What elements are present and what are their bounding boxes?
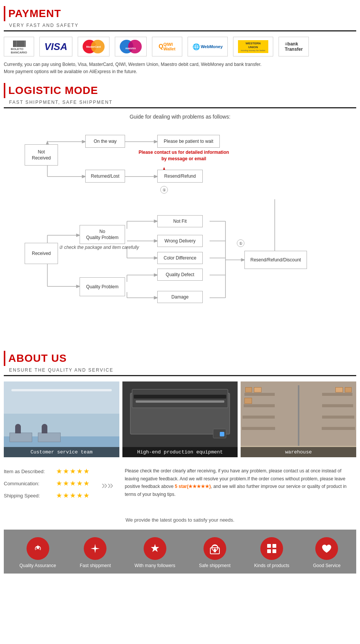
svg-rect-32 xyxy=(267,544,271,548)
wu-text: WESTERNUNION xyxy=(241,42,266,50)
svg-rect-34 xyxy=(267,549,271,553)
visa-text: VISA xyxy=(44,41,67,53)
node-not-fit: Not Fit xyxy=(157,215,203,227)
banner-label-followers: With many followers xyxy=(135,563,175,568)
payment-section: PAYMENT VERY FAST AND SAFETY |||||||||||… xyxy=(0,0,360,79)
boleto-logo: ||||||||||| BOLETOBANCARIO xyxy=(4,37,34,56)
node-on-the-way: On the way xyxy=(85,135,125,148)
node-no-quality: NoQuality Problem xyxy=(80,225,125,244)
node-resend-refund-top: Resend/Refund xyxy=(157,170,203,183)
visa-logo: VISA xyxy=(39,37,72,56)
check-label: ② check the package and item carefully xyxy=(59,245,139,250)
circle-1-top: ① xyxy=(160,186,168,194)
payment-subtitle: VERY FAST AND SAFETY xyxy=(4,23,356,28)
products-icon xyxy=(260,537,283,560)
logistic-header: LOGISTIC MODE xyxy=(4,83,356,98)
western-union-logo: WESTERNUNION moving money for better xyxy=(233,37,274,56)
bank-text: ≡bankTransfer xyxy=(285,41,303,52)
ratings-feedback: Item as Described: ★★★★★ Communication: … xyxy=(4,463,356,511)
about-title: ABOUT US xyxy=(8,352,67,364)
caption-office: Customer service team xyxy=(4,447,119,457)
banner-followers: With many followers xyxy=(135,537,175,568)
quality-icon xyxy=(27,537,49,560)
boleto-text: BOLETOBANCARIO xyxy=(11,47,27,54)
maestro-label: maestro xyxy=(125,47,136,49)
node-received: Received xyxy=(25,243,58,264)
svg-rect-33 xyxy=(272,544,276,548)
payment-header: PAYMENT xyxy=(4,6,356,21)
banner-label-fast: Fast shippment xyxy=(80,563,111,568)
banner-label-safe: Safe shippment xyxy=(199,563,230,568)
about-divider xyxy=(4,375,356,376)
node-resend-discount: Resend/Refund/Discount xyxy=(244,251,307,269)
rating-label-communication: Communication: xyxy=(4,481,53,486)
webmoney-icon: 🌐 xyxy=(193,43,200,50)
qiwi-text: QIWIWallet xyxy=(163,42,175,51)
safe-icon xyxy=(203,537,226,560)
bank-transfer-logo: ≡bankTransfer xyxy=(279,37,309,56)
photos-row: Customer service team High-end productio… xyxy=(4,381,356,457)
rating-row-communication: Communication: ★★★★★ xyxy=(4,479,90,488)
star-highlight: 5 star(★★★★★) xyxy=(175,484,211,489)
caption-warehouse: warehouse xyxy=(241,447,356,457)
logistic-section: LOGISTIC MODE FAST SHIPPMENT, SAFE SHIPP… xyxy=(0,79,360,347)
banner-label-quality: Quality Assurance xyxy=(19,563,56,568)
node-quality-defect: Quality Defect xyxy=(157,269,203,281)
node-quality-problem: Quality Problem xyxy=(80,277,125,296)
fast-icon xyxy=(84,537,106,560)
stars-shipping: ★★★★★ xyxy=(56,491,90,500)
feedback-text: Please check the order clearly after rec… xyxy=(125,467,356,503)
qiwi-icon: Q xyxy=(158,43,163,50)
node-color-diff: Color Difference xyxy=(157,252,203,264)
logistic-header-bar xyxy=(4,83,5,98)
mastercard-logo: MasterCard xyxy=(78,37,110,56)
contact-label: Please contact us for detailed informati… xyxy=(127,149,241,162)
wu-block: WESTERNUNION moving money for better xyxy=(238,40,269,53)
about-section: ABOUT US ENSURE THE QUALITY AND SERVICE … xyxy=(0,347,360,577)
caption-machine: High-end production equipment xyxy=(122,447,238,457)
node-please-wait: Please be patient to wait xyxy=(157,135,220,148)
service-icon xyxy=(315,537,338,560)
payment-note-1: Currently, you can pay using Boleto, Vis… xyxy=(4,62,261,67)
about-header: ABOUT US xyxy=(4,351,356,366)
svg-rect-35 xyxy=(272,549,276,553)
guide-title: Guide for dealing with problems as follo… xyxy=(4,114,356,120)
photo-office: Customer service team xyxy=(4,381,119,457)
banner-safe: Safe shippment xyxy=(199,537,230,568)
logistic-title: LOGISTIC MODE xyxy=(8,84,98,97)
circle-1-right: ① xyxy=(237,239,244,247)
node-damage: Damage xyxy=(157,291,203,303)
ratings-left: Item as Described: ★★★★★ Communication: … xyxy=(4,467,90,503)
mc-circles: MasterCard xyxy=(83,40,105,53)
logistic-subtitle: FAST SHIPPMENT, SAFE SHIPPMENT xyxy=(4,100,356,105)
rating-label-described: Item as Described: xyxy=(4,469,53,474)
banner-fast: Fast shippment xyxy=(80,537,111,568)
node-returned-lost: Returned/Lost xyxy=(85,170,125,183)
webmoney-text: WebMoney xyxy=(201,44,223,49)
rating-label-shipping: Shipping Speed: xyxy=(4,493,53,499)
qiwi-logo: Q QIWIWallet xyxy=(152,37,182,56)
payment-title: PAYMENT xyxy=(8,8,61,20)
barcode-icon: ||||||||||| xyxy=(13,39,25,47)
rating-row-described: Item as Described: ★★★★★ xyxy=(4,467,90,475)
banner-quality: Quality Assurance xyxy=(19,537,56,568)
payment-divider xyxy=(4,30,356,31)
banner-label-service: Good Service xyxy=(313,563,341,568)
logistic-divider xyxy=(4,107,356,108)
stars-communication: ★★★★★ xyxy=(56,479,90,488)
flowchart: NotReceived On the way Returned/Lost Ple… xyxy=(9,127,351,339)
node-wrong-delivery: Wrong Delivery xyxy=(157,235,203,247)
photo-machine: High-end production equipment xyxy=(122,381,238,457)
maestro-circles: maestro xyxy=(120,40,142,53)
about-subtitle: ENSURE THE QUALITY AND SERVICE xyxy=(4,367,356,373)
bottom-banner: Quality Assurance Fast shippment With ma… xyxy=(4,530,356,574)
payment-note: Currently, you can pay using Boleto, Vis… xyxy=(4,61,356,75)
banner-label-products: Kinds of products xyxy=(254,563,290,568)
banner-products: Kinds of products xyxy=(254,537,290,568)
followers-icon xyxy=(144,537,166,560)
header-bar xyxy=(4,6,5,21)
photo-warehouse: warehouse xyxy=(241,381,356,457)
stars-described: ★★★★★ xyxy=(56,467,90,475)
wu-tagline: moving money for better xyxy=(241,49,266,52)
mc-label: MasterCard xyxy=(86,45,101,48)
